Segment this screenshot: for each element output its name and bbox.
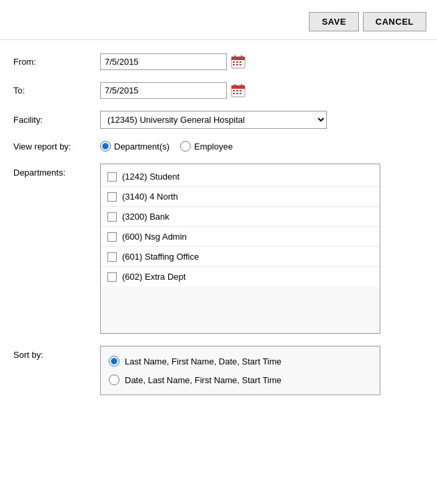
- radio-department-input[interactable]: [100, 141, 111, 152]
- dept-checkbox-3200[interactable]: [107, 212, 117, 222]
- sort-label-1: Last Name, First Name, Date, Start Time: [125, 356, 282, 366]
- to-date-input[interactable]: [100, 82, 227, 99]
- departments-list-container[interactable]: (1242) Student (3140) 4 North (3200) Ban…: [100, 164, 380, 334]
- svg-rect-9: [240, 64, 242, 65]
- sort-label: Sort by:: [13, 346, 100, 360]
- svg-rect-19: [240, 93, 242, 94]
- dept-checkbox-601[interactable]: [107, 252, 117, 262]
- sort-radio-2[interactable]: [109, 374, 119, 385]
- svg-rect-11: [232, 85, 245, 89]
- dept-checkbox-1242[interactable]: [107, 172, 117, 182]
- list-item[interactable]: (1242) Student: [101, 167, 380, 187]
- to-row: To:: [13, 82, 424, 99]
- facility-select[interactable]: (12345) University General Hospital (123…: [100, 111, 327, 129]
- view-report-row: View report by: Department(s) Employee: [13, 141, 424, 152]
- dept-name-3140: (3140) 4 North: [122, 192, 178, 202]
- dept-name-1242: (1242) Student: [122, 172, 179, 182]
- save-button[interactable]: SAVE: [309, 12, 358, 31]
- dept-name-602: (602) Extra Dept: [122, 272, 185, 282]
- svg-rect-18: [236, 93, 238, 94]
- facility-control: (12345) University General Hospital (123…: [100, 111, 327, 129]
- radio-employee-input[interactable]: [180, 141, 191, 152]
- sort-option-1[interactable]: Last Name, First Name, Date, Start Time: [109, 352, 372, 370]
- list-item[interactable]: (3200) Bank: [101, 207, 380, 227]
- from-calendar-icon[interactable]: [231, 55, 246, 69]
- svg-rect-4: [233, 61, 235, 63]
- svg-rect-6: [240, 61, 242, 63]
- from-label: From:: [13, 57, 100, 67]
- sort-radio-1[interactable]: [109, 356, 119, 366]
- dept-checkbox-3140[interactable]: [107, 192, 117, 202]
- to-calendar-icon[interactable]: [231, 83, 246, 98]
- dept-name-600: (600) Nsg Admin: [122, 232, 187, 242]
- svg-rect-17: [233, 93, 235, 94]
- svg-rect-15: [236, 90, 238, 91]
- departments-row: Departments: (1242) Student (3140) 4 Nor…: [13, 164, 424, 334]
- to-label: To:: [13, 85, 100, 95]
- main-page: SAVE CANCEL From:: [0, 0, 437, 504]
- list-item[interactable]: (600) Nsg Admin: [101, 227, 380, 247]
- sort-option-2[interactable]: Date, Last Name, First Name, Start Time: [109, 370, 372, 389]
- dept-checkbox-602[interactable]: [107, 272, 117, 282]
- from-date-input[interactable]: [100, 53, 227, 70]
- facility-label: Facility:: [13, 115, 100, 125]
- sort-row: Sort by: Last Name, First Name, Date, St…: [13, 346, 424, 395]
- list-item[interactable]: (602) Extra Dept: [101, 267, 380, 286]
- svg-rect-16: [240, 90, 242, 91]
- svg-rect-8: [236, 64, 238, 65]
- list-item[interactable]: (3140) 4 North: [101, 187, 380, 207]
- list-item[interactable]: (601) Staffing Office: [101, 247, 380, 267]
- from-row: From:: [13, 53, 424, 70]
- svg-rect-14: [233, 90, 235, 91]
- cancel-button[interactable]: CANCEL: [363, 12, 426, 31]
- departments-list: (1242) Student (3140) 4 North (3200) Ban…: [101, 164, 380, 289]
- view-report-label: View report by:: [13, 142, 100, 152]
- svg-rect-5: [236, 61, 238, 63]
- radio-employee[interactable]: Employee: [180, 141, 233, 152]
- from-control: [100, 53, 246, 70]
- radio-employee-label: Employee: [194, 142, 233, 152]
- svg-rect-7: [233, 64, 235, 65]
- toolbar: SAVE CANCEL: [0, 7, 437, 40]
- radio-department-label: Department(s): [114, 142, 169, 152]
- sort-options-container: Last Name, First Name, Date, Start Time …: [100, 346, 380, 395]
- dept-name-3200: (3200) Bank: [122, 212, 169, 222]
- form-body: From:: [0, 51, 437, 410]
- departments-label: Departments:: [13, 164, 100, 178]
- dept-name-601: (601) Staffing Office: [122, 252, 199, 262]
- radio-department[interactable]: Department(s): [100, 141, 169, 152]
- view-report-options: Department(s) Employee: [100, 141, 233, 152]
- facility-row: Facility: (12345) University General Hos…: [13, 111, 424, 129]
- to-control: [100, 82, 246, 99]
- dept-checkbox-600[interactable]: [107, 232, 117, 242]
- sort-label-2: Date, Last Name, First Name, Start Time: [125, 375, 282, 385]
- svg-rect-1: [232, 57, 245, 60]
